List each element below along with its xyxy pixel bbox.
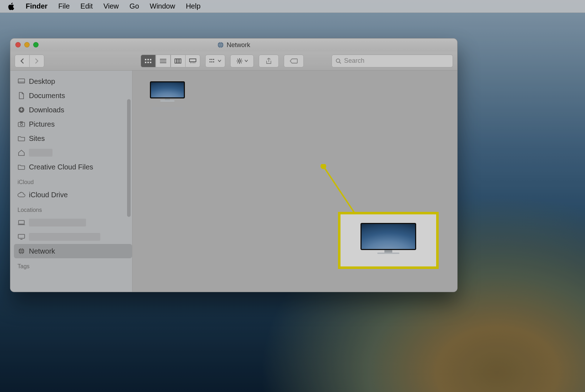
- chevron-down-icon: [218, 60, 221, 62]
- sidebar-item-label: Creative Cloud Files: [29, 163, 93, 171]
- menubar: Finder File Edit View Go Window Help: [0, 0, 585, 13]
- menu-file[interactable]: File: [58, 2, 70, 10]
- tags-button[interactable]: [284, 55, 304, 67]
- zoom-button[interactable]: [33, 42, 39, 47]
- toolbar: Search: [10, 51, 457, 71]
- search-placeholder: Search: [344, 57, 364, 65]
- tag-icon: [290, 58, 298, 63]
- nav-segment: [15, 55, 44, 67]
- gear-icon: [236, 58, 243, 64]
- svg-point-24: [238, 60, 241, 62]
- sidebar-item-documents[interactable]: Documents: [14, 88, 132, 103]
- sidebar-group-tags: Tags: [14, 258, 132, 272]
- documents-icon: [17, 92, 25, 100]
- sidebar-item-downloads[interactable]: Downloads: [14, 103, 132, 117]
- sidebar-item-network[interactable]: Network: [14, 244, 132, 258]
- sidebar-item-label: Sites: [29, 134, 45, 143]
- sidebar-item-sites[interactable]: Sites: [14, 131, 132, 146]
- network-computer-item[interactable]: [139, 81, 196, 111]
- sidebar-item-label: Downloads: [29, 106, 64, 114]
- group-by-button[interactable]: [205, 55, 225, 67]
- svg-rect-3: [150, 59, 151, 60]
- sidebar-item-label: [29, 149, 52, 157]
- annotation-callout: [338, 212, 439, 269]
- finder-window: Network: [10, 38, 458, 292]
- sidebar-group-icloud: iCloud: [14, 174, 132, 188]
- forward-button[interactable]: [29, 55, 44, 67]
- svg-rect-14: [190, 62, 191, 63]
- sidebar-item-label: Network: [29, 247, 55, 255]
- downloads-icon: [17, 106, 25, 114]
- home-icon: [17, 149, 25, 157]
- sidebar-item-label: [29, 219, 86, 226]
- svg-line-32: [237, 62, 238, 63]
- network-globe-icon: [17, 247, 25, 255]
- chevron-down-icon: [244, 60, 248, 62]
- svg-rect-17: [195, 62, 195, 63]
- sidebar-item-label: iCloud Drive: [29, 191, 68, 199]
- sidebar-item-label: [29, 233, 100, 241]
- svg-rect-5: [147, 62, 149, 63]
- sidebar-item-label: Documents: [29, 92, 65, 100]
- folder-icon: [17, 134, 25, 142]
- svg-rect-16: [193, 62, 194, 63]
- share-button[interactable]: [259, 55, 279, 67]
- view-list-button[interactable]: [156, 55, 171, 67]
- close-button[interactable]: [15, 42, 21, 47]
- sidebar-item-icloud-drive[interactable]: iCloud Drive: [14, 188, 132, 202]
- back-button[interactable]: [15, 55, 30, 67]
- svg-point-39: [20, 123, 22, 126]
- svg-line-30: [241, 62, 242, 63]
- svg-rect-19: [211, 59, 212, 60]
- menu-window[interactable]: Window: [150, 2, 175, 10]
- menu-edit[interactable]: Edit: [80, 2, 92, 10]
- display-icon: [17, 233, 25, 241]
- view-columns-button[interactable]: [171, 55, 186, 67]
- sidebar-scrollbar[interactable]: [127, 99, 131, 217]
- svg-rect-21: [210, 61, 211, 62]
- action-menu-button[interactable]: [230, 55, 254, 67]
- sidebar-item-label: Pictures: [29, 120, 55, 128]
- svg-point-47: [321, 164, 326, 169]
- pictures-icon: [17, 120, 25, 128]
- computer-icon: [150, 81, 185, 103]
- network-computer-label: [152, 107, 183, 110]
- sidebar-item-home[interactable]: [14, 146, 132, 160]
- computer-icon: [360, 223, 416, 258]
- view-icons-button[interactable]: [141, 55, 156, 67]
- traffic-lights: [15, 42, 39, 47]
- svg-point-33: [336, 59, 340, 62]
- folder-icon: [17, 163, 25, 171]
- sidebar-item-creative-cloud[interactable]: Creative Cloud Files: [14, 160, 132, 174]
- menubar-app-name[interactable]: Finder: [26, 2, 47, 10]
- apple-menu-icon[interactable]: [8, 2, 15, 10]
- minimize-button[interactable]: [24, 42, 30, 47]
- svg-rect-23: [213, 61, 214, 62]
- svg-rect-2: [147, 59, 149, 60]
- view-segment: [141, 55, 200, 67]
- content-area[interactable]: [132, 71, 457, 292]
- sidebar-item-location-1[interactable]: [14, 215, 132, 230]
- share-icon: [266, 58, 272, 64]
- sidebar: Desktop Documents Downloads Pictures Sit…: [10, 71, 132, 292]
- sidebar-item-pictures[interactable]: Pictures: [14, 117, 132, 131]
- menu-help[interactable]: Help: [186, 2, 201, 10]
- svg-rect-6: [150, 62, 151, 63]
- svg-rect-43: [18, 234, 25, 238]
- sidebar-item-location-2[interactable]: [14, 230, 132, 244]
- svg-line-29: [237, 59, 238, 60]
- menu-go[interactable]: Go: [130, 2, 139, 10]
- svg-rect-4: [145, 62, 146, 63]
- svg-line-31: [241, 59, 242, 60]
- svg-rect-1: [145, 59, 146, 60]
- sidebar-group-locations: Locations: [14, 202, 132, 215]
- menu-view[interactable]: View: [104, 2, 119, 10]
- view-gallery-button[interactable]: [185, 55, 200, 67]
- svg-line-46: [323, 166, 355, 213]
- svg-rect-22: [211, 61, 212, 62]
- titlebar[interactable]: Network: [10, 39, 457, 51]
- sidebar-item-desktop[interactable]: Desktop: [14, 74, 132, 88]
- search-field[interactable]: Search: [332, 55, 453, 67]
- svg-rect-18: [210, 59, 211, 60]
- svg-rect-11: [177, 59, 179, 63]
